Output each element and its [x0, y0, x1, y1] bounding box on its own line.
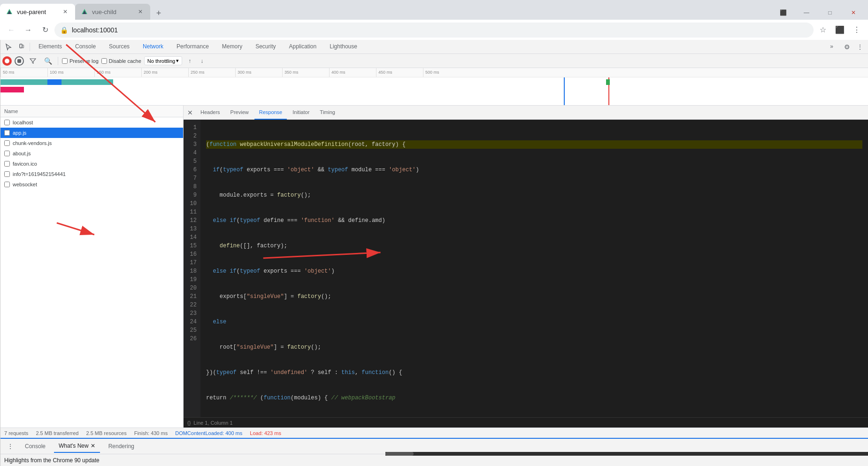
name-column-header: Name	[4, 108, 18, 114]
file-item-aboutjs[interactable]: about.js	[0, 148, 183, 159]
download-button[interactable]: ↓	[197, 56, 207, 66]
tab-favicon-vue-child	[81, 8, 88, 15]
lock-icon: 🔒	[60, 26, 68, 34]
tab-more-button[interactable]: »	[823, 40, 840, 54]
file-name-websocket: websocket	[13, 182, 179, 187]
file-item-localhost[interactable]: localhost	[0, 117, 183, 128]
resp-tab-headers[interactable]: Headers	[196, 106, 225, 120]
status-transferred: 2.5 MB transferred	[36, 430, 78, 436]
record-dot	[5, 59, 9, 63]
upload-button[interactable]: ↑	[185, 56, 194, 66]
line-num-8: 8	[187, 183, 197, 191]
status-dom-content-loaded[interactable]: DOMContentLoaded: 400 ms	[175, 430, 242, 436]
file-name-favicon: favicon.ico	[13, 161, 179, 167]
back-button[interactable]: ←	[4, 23, 19, 38]
line-num-20: 20	[187, 284, 197, 292]
code-line-9: root["singleVue"] = factory();	[206, 343, 862, 351]
cursor-tool-button[interactable]	[2, 41, 15, 53]
file-name-info: info?t=1619452154441	[13, 171, 179, 177]
tab-label-vue-parent: vue-parent	[17, 8, 46, 15]
filter-button[interactable]	[27, 55, 39, 67]
line-num-5: 5	[187, 157, 197, 166]
status-resources: 2.5 MB resources	[86, 430, 126, 436]
tick-100ms: 100 ms	[47, 68, 94, 77]
whats-new-close-button[interactable]: ✕	[91, 443, 95, 449]
file-checkbox-chunk-vendors[interactable]	[4, 140, 10, 146]
tab-vue-child[interactable]: vue-child ✕	[75, 4, 150, 20]
line-num-1: 1	[187, 123, 197, 132]
forward-button[interactable]: →	[21, 23, 36, 38]
disable-cache-input[interactable]	[101, 58, 107, 64]
bottom-tab-console[interactable]: Console	[20, 440, 50, 452]
tab-elements[interactable]: Elements	[32, 40, 69, 54]
preserve-log-input[interactable]	[62, 58, 68, 64]
tab-memory[interactable]: Memory	[215, 40, 249, 54]
line-num-16: 16	[187, 250, 197, 259]
line-num-9: 9	[187, 191, 197, 199]
panel-icon-btn[interactable]: ⋮	[4, 440, 16, 452]
status-load[interactable]: Load: 423 ms	[250, 430, 281, 436]
toolbar-separator-1	[30, 43, 30, 51]
devtools-more-button[interactable]: ⋮	[854, 41, 866, 53]
close-response-pane-button[interactable]: ✕	[185, 108, 195, 117]
bottom-tab-whats-new[interactable]: What's New ✕	[54, 440, 100, 453]
file-checkbox-favicon[interactable]	[4, 161, 10, 167]
tab-console[interactable]: Console	[69, 40, 102, 54]
tab-sources[interactable]: Sources	[102, 40, 136, 54]
resp-tab-initiator[interactable]: Initiator	[288, 106, 314, 120]
record-button[interactable]	[2, 56, 12, 66]
file-item-chunk-vendors[interactable]: chunk-vendors.js	[0, 138, 183, 148]
code-line-6: else if(typeof exports === 'object')	[206, 267, 862, 275]
file-item-info[interactable]: info?t=1619452154441	[0, 169, 183, 179]
search-button[interactable]: 🔍	[42, 55, 54, 67]
resp-tab-response[interactable]: Response	[254, 106, 287, 120]
minimize-button[interactable]: —	[796, 6, 817, 20]
file-item-appjs[interactable]: app.js	[0, 128, 183, 138]
tab-application[interactable]: Application	[283, 40, 323, 54]
bottom-tab-rendering[interactable]: Rendering	[104, 440, 139, 452]
chrome-ext-btn[interactable]: ⬛	[772, 6, 794, 20]
code-viewer[interactable]: 1 2 3 4 5 6 7 8 9 10 11 12 13	[184, 120, 868, 417]
file-item-favicon[interactable]: favicon.ico	[0, 159, 183, 169]
file-checkbox-info[interactable]	[4, 171, 10, 177]
throttle-select[interactable]: No throttling ▾	[144, 56, 182, 65]
devtools-settings-button[interactable]: ⚙	[841, 41, 853, 53]
line-num-7: 7	[187, 174, 197, 183]
file-name-aboutjs: about.js	[13, 151, 179, 156]
device-toolbar-button[interactable]	[15, 41, 28, 53]
address-bar[interactable]: 🔒 localhost:10001	[54, 23, 814, 38]
extensions-button[interactable]: ⬛	[832, 23, 847, 38]
new-tab-button[interactable]: +	[152, 7, 165, 20]
preserve-log-checkbox[interactable]: Preserve log	[62, 58, 99, 64]
file-checkbox-localhost[interactable]	[4, 120, 10, 125]
code-line-10: })(typeof self !== 'undefined' ? self : …	[206, 368, 862, 377]
stop-button[interactable]	[15, 56, 24, 66]
star-button[interactable]: ☆	[815, 23, 830, 38]
maximize-button[interactable]: □	[819, 6, 841, 20]
file-checkbox-aboutjs[interactable]	[4, 151, 10, 156]
close-window-button[interactable]: ✕	[843, 6, 864, 20]
devtools-top-toolbar: Elements Console Sources Network Perform…	[0, 40, 868, 54]
menu-button[interactable]: ⋮	[849, 23, 864, 38]
file-item-websocket[interactable]: websocket	[0, 179, 183, 190]
line-num-15: 15	[187, 242, 197, 250]
tick-500ms: 500 ms	[423, 68, 470, 77]
tab-close-vue-child[interactable]: ✕	[136, 8, 145, 16]
browser-body: Elements Console Sources Network Perform…	[0, 40, 868, 466]
file-checkbox-websocket[interactable]	[4, 182, 10, 187]
tab-network[interactable]: Network	[136, 40, 170, 54]
resp-tab-preview[interactable]: Preview	[226, 106, 253, 120]
tick-300ms: 300 ms	[235, 68, 282, 77]
reload-button[interactable]: ↻	[38, 23, 53, 38]
tab-vue-parent[interactable]: vue-parent ✕	[0, 4, 75, 20]
tab-security[interactable]: Security	[249, 40, 282, 54]
file-checkbox-appjs[interactable]	[4, 130, 10, 136]
tab-lighthouse[interactable]: Lighthouse	[323, 40, 364, 54]
stop-icon	[17, 59, 21, 63]
line-num-25: 25	[187, 326, 197, 335]
tab-close-vue-parent[interactable]: ✕	[61, 8, 69, 16]
disable-cache-checkbox[interactable]: Disable cache	[101, 58, 141, 64]
resp-tab-timing[interactable]: Timing	[315, 106, 340, 120]
code-status-bar: {} Line 1, Column 1	[184, 417, 868, 428]
tab-performance[interactable]: Performance	[170, 40, 215, 54]
